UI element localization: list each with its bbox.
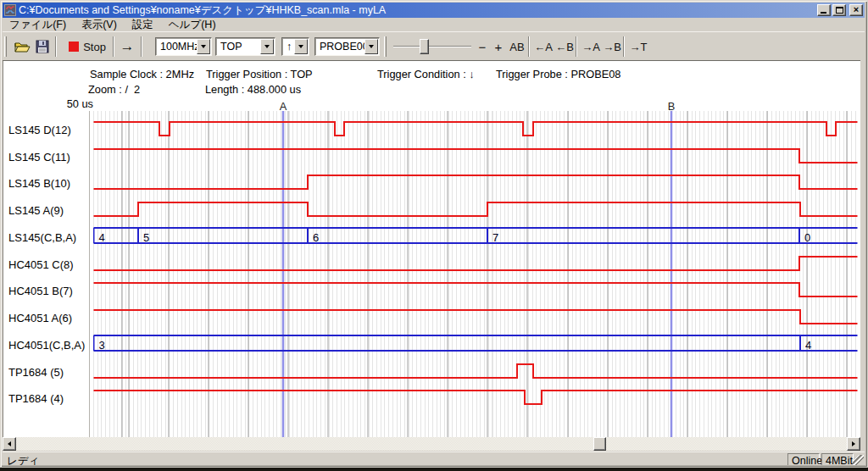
slider-thumb[interactable] [420,39,429,54]
dropdown-button[interactable] [260,39,274,54]
channel-label-0: LS145 D(12) [8,123,71,138]
menu-bar: ファイル(F)表示(V)設定ヘルプ(H) [3,18,865,31]
waveform-svg: 4567034 [93,111,858,437]
trigger-probe-combo[interactable]: PROBE00 [314,37,380,56]
trigger-position-info: Trigger Position : TOP [206,68,313,80]
zoom-out-button[interactable]: − [475,36,490,57]
status-memory: 4MBit [821,453,854,467]
open-file-button[interactable] [12,36,32,57]
channel-label-8: HC4051(C,B,A) [8,338,85,353]
status-bar: レディ Online 4MBit [3,452,865,467]
run-arrow-icon: → [120,38,135,55]
menu-item-2[interactable]: 設定 [131,17,155,33]
toolbar-separator [141,36,142,57]
bus-8: 34 [94,335,858,352]
arrow-right-icon [852,441,855,446]
status-online: Online [787,453,820,467]
bus-value: 4 [99,231,105,244]
stop-label: Stop [83,41,106,53]
goto-trigger-button[interactable]: →T [628,36,648,57]
channel-label-1: LS145 C(11) [8,150,70,165]
goto-next-a-button[interactable]: →A [581,36,601,57]
toolbar-grip[interactable] [384,36,387,57]
menu-item-3[interactable]: ヘルプ(H) [167,17,218,33]
toolbar-separator [113,36,114,57]
scroll-right-button[interactable] [847,437,860,451]
trigger-edge-value: ↑ [287,41,292,53]
time-scale-label: 50 us [51,97,93,110]
bus-value: 5 [143,231,149,244]
bus-value: 6 [313,231,319,244]
trace-1 [94,149,858,163]
channel-label-5: HC4051 C(8) [8,258,74,273]
ab-button[interactable]: AB [507,36,527,57]
zoom-slider[interactable] [392,38,473,55]
title-bar[interactable]: C:¥Documents and Settings¥noname¥デスクトップ¥… [3,3,865,18]
maximize-icon [836,7,843,14]
toolbar-grip[interactable] [4,36,7,57]
label-grid-divider [89,111,90,437]
waveform-panel: Sample Clock : 2MHz Trigger Position : T… [3,60,860,437]
close-button[interactable]: × [849,4,863,16]
toolbar-separator [528,36,530,57]
dropdown-button[interactable] [197,39,210,54]
trigger-position-value: TOP [220,41,242,53]
zoom-in-button[interactable]: + [491,36,506,57]
sample-clock-info: Sample Clock : 2MHz [90,68,194,80]
channel-label-6: HC4051 B(7) [8,284,73,299]
minimize-button[interactable] [817,4,831,16]
goto-next-b-button[interactable]: →B [602,36,622,57]
window-title: C:¥Documents and Settings¥noname¥デスクトップ¥… [19,3,817,18]
channel-label-10: TP1684 (4) [8,391,64,407]
bus-value: 3 [99,339,105,352]
trace-10 [94,391,858,404]
zoom-info: Zoom : / 2 [88,83,140,96]
trace-3 [94,202,858,216]
trace-6 [94,283,858,296]
bus-value: 4 [805,339,811,352]
resize-grip-icon[interactable] [853,455,864,466]
menu-item-0[interactable]: ファイル(F) [8,17,68,33]
open-folder-icon [14,41,31,53]
trigger-condition-info: Trigger Condition : ↓ [377,68,475,80]
channel-label-3: LS145 A(9) [8,203,64,219]
run-button[interactable]: → [116,36,138,57]
trigger-position-combo[interactable]: TOP [215,37,275,56]
trace-0 [94,122,858,136]
bus-4: 45670 [94,228,858,244]
scrollbar-thumb[interactable] [593,437,606,451]
length-info: Length : 488.000 us [205,83,301,96]
toolbar-separator [576,36,577,57]
trigger-probe-info: Trigger Probe : PROBE08 [496,68,620,80]
goto-prev-b-button[interactable]: ←B [554,36,575,57]
dropdown-button[interactable] [364,39,378,54]
stop-icon [69,42,79,52]
goto-prev-a-button[interactable]: ←A [533,36,554,57]
channel-label-7: HC4051 A(6) [8,311,72,326]
chevron-down-icon [298,45,303,48]
floppy-disk-icon [36,40,49,53]
horizontal-scrollbar[interactable] [3,437,860,451]
menu-item-1[interactable]: 表示(V) [80,17,119,33]
slider-track [393,46,471,47]
trigger-probe-value: PROBE00 [320,41,369,53]
status-ready: レディ [7,454,39,468]
save-button[interactable] [32,36,53,57]
trace-9 [94,364,858,378]
scroll-left-button[interactable] [3,437,16,451]
trace-2 [94,175,858,189]
channel-label-2: LS145 B(10) [8,176,70,191]
trigger-edge-combo[interactable]: ↑ [281,37,309,56]
toolbar-separator [55,36,57,57]
chevron-down-icon [369,45,374,48]
arrow-left-icon [8,441,11,446]
channel-label-4: LS145(C,B,A) [8,230,76,246]
close-icon: × [854,4,859,14]
bus-value: 0 [804,231,810,244]
stop-button[interactable]: Stop [64,36,111,57]
minimize-icon [821,12,826,14]
maximize-button[interactable] [832,4,846,16]
dropdown-button[interactable] [294,39,308,54]
sample-clock-combo[interactable]: 100MHz [155,37,212,56]
app-icon [4,4,16,16]
